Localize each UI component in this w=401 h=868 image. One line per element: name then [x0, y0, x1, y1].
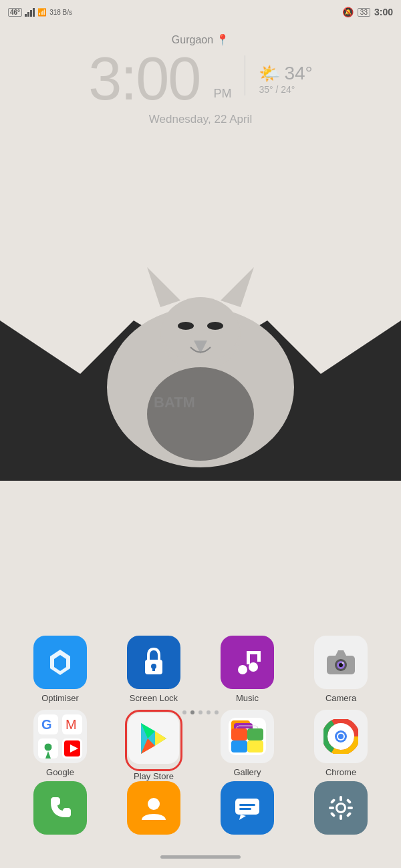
svg-rect-18 — [247, 651, 261, 654]
svg-rect-68 — [346, 812, 352, 817]
status-left: 46° 📶 318 B/s — [8, 7, 72, 17]
clock-time: 3:00 — [88, 49, 200, 109]
svg-rect-45 — [247, 728, 263, 740]
svg-point-24 — [342, 662, 344, 664]
chrome-icon — [314, 710, 368, 763]
google-icon: G M — [33, 710, 87, 763]
app-screen-lock[interactable]: Screen Lock — [117, 636, 190, 703]
clock-area: Gurgaon 📍 3:00 PM 🌤️ 34° 35° / 24° Wedne… — [0, 33, 401, 126]
dot-4[interactable] — [207, 710, 211, 714]
dot-3[interactable] — [198, 710, 203, 714]
play-store-icon — [128, 713, 179, 764]
svg-rect-46 — [231, 740, 247, 752]
clock-row: 3:00 PM 🌤️ 34° 35° / 24° — [0, 49, 401, 109]
dot-1[interactable] — [182, 710, 186, 714]
settings-icon — [314, 781, 368, 835]
svg-marker-58 — [239, 815, 246, 820]
svg-point-6 — [178, 322, 194, 330]
clock-ampm: PM — [213, 87, 231, 101]
home-indicator[interactable] — [160, 855, 241, 859]
dock-settings[interactable] — [304, 781, 378, 835]
app-row-1: Optimiser Screen Lock — [13, 636, 388, 703]
svg-point-14 — [238, 665, 247, 674]
screen-lock-icon — [127, 636, 180, 689]
svg-text:BATM: BATM — [154, 394, 195, 411]
speed-label: 318 B/s — [49, 9, 72, 16]
status-bar: 46° 📶 318 B/s 🔕 33 3:00 — [0, 0, 401, 24]
bell-icon: 🔕 — [342, 7, 354, 17]
svg-rect-44 — [231, 728, 247, 740]
svg-marker-38 — [155, 731, 166, 746]
app-camera[interactable]: Camera — [304, 636, 378, 703]
optimiser-label: Optimiser — [41, 693, 79, 703]
svg-rect-57 — [235, 799, 259, 815]
svg-marker-2 — [147, 267, 180, 307]
messages-icon — [221, 781, 274, 835]
batman-art: BATM — [0, 254, 401, 481]
svg-rect-47 — [247, 740, 263, 752]
app-play-store[interactable]: Play Store — [117, 710, 190, 781]
svg-text:M: M — [65, 717, 77, 732]
svg-rect-63 — [340, 796, 342, 801]
signal-icon — [25, 7, 35, 17]
svg-rect-60 — [239, 808, 251, 810]
weather-icon: 🌤️ — [259, 63, 280, 84]
music-icon — [221, 636, 274, 689]
location-icon: 📍 — [216, 33, 229, 46]
svg-point-55 — [338, 734, 344, 739]
status-right: 🔕 33 3:00 — [342, 7, 393, 17]
weather-block: 🌤️ 34° 35° / 24° — [259, 63, 312, 95]
music-label: Music — [236, 693, 259, 703]
svg-point-9 — [147, 367, 254, 461]
divider — [245, 55, 245, 95]
gallery-icon — [221, 710, 274, 763]
weather-range: 35° / 24° — [259, 84, 295, 95]
svg-point-30 — [44, 743, 52, 751]
play-store-highlight — [125, 710, 182, 771]
svg-rect-64 — [340, 815, 342, 820]
carrier-label: 46° — [8, 8, 22, 17]
date-label: Wednesday, 22 April — [0, 113, 401, 126]
svg-rect-66 — [348, 807, 353, 809]
wifi-icon: 📶 — [37, 8, 47, 17]
app-row-2: G M Google — [13, 710, 388, 781]
app-music[interactable]: Music — [211, 636, 284, 703]
svg-rect-70 — [346, 799, 352, 804]
dock — [0, 781, 401, 835]
weather-temp: 34° — [284, 63, 312, 84]
dock-contacts[interactable] — [117, 781, 190, 835]
screen-lock-label: Screen Lock — [130, 693, 178, 703]
chrome-label: Chrome — [325, 767, 356, 777]
svg-point-56 — [148, 798, 160, 810]
svg-point-15 — [249, 662, 258, 672]
svg-rect-69 — [330, 812, 336, 817]
phone-icon — [33, 781, 87, 835]
app-gallery[interactable]: Gallery — [211, 710, 284, 781]
svg-text:G: G — [41, 717, 52, 732]
dock-messages[interactable] — [211, 781, 284, 835]
page-dots — [0, 710, 401, 714]
app-chrome[interactable]: Chrome — [304, 710, 378, 781]
location-label: Gurgaon 📍 — [0, 33, 401, 46]
dock-phone[interactable] — [23, 781, 97, 835]
google-label: Google — [46, 767, 74, 777]
play-store-label: Play Store — [134, 771, 174, 781]
camera-label: Camera — [325, 693, 356, 703]
svg-rect-59 — [239, 804, 255, 806]
svg-rect-13 — [152, 666, 155, 671]
app-google[interactable]: G M Google — [23, 710, 97, 781]
app-optimiser[interactable]: Optimiser — [23, 636, 97, 703]
svg-rect-65 — [329, 807, 334, 809]
battery-label: 33 — [358, 8, 370, 17]
svg-point-62 — [338, 805, 344, 811]
dot-2[interactable] — [190, 710, 194, 714]
svg-rect-67 — [330, 799, 336, 804]
contacts-icon — [127, 781, 180, 835]
optimiser-icon — [33, 636, 87, 689]
camera-icon — [314, 636, 368, 689]
svg-marker-20 — [336, 650, 346, 656]
dot-5[interactable] — [215, 710, 219, 714]
svg-point-7 — [207, 322, 223, 330]
time-label: 3:00 — [374, 7, 393, 17]
gallery-label: Gallery — [233, 767, 261, 777]
